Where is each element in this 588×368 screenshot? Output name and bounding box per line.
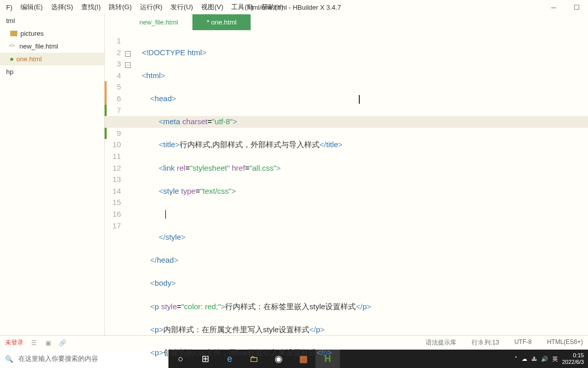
- folder-icon: [10, 31, 17, 36]
- tab-bar: new_file.html * one.html: [105, 14, 588, 30]
- menu-file[interactable]: F): [2, 2, 16, 13]
- menu-view[interactable]: 视图(V): [197, 1, 227, 14]
- tree-item-one[interactable]: one.html: [0, 53, 104, 65]
- line-numbers: 1234567891011121314151617: [105, 35, 125, 368]
- menubar: F) 编辑(E) 选择(S) 查找(I) 跳转(G) 运行(R) 发行(U) 视…: [0, 0, 588, 14]
- search-icon: 🔍: [5, 355, 13, 363]
- tab-newfile[interactable]: new_file.html: [125, 14, 192, 30]
- tab-one[interactable]: * one.html: [192, 14, 251, 30]
- list-icon[interactable]: ☰: [30, 339, 38, 347]
- html-file-icon: [10, 43, 16, 50]
- tree-item-pictures[interactable]: pictures: [0, 27, 104, 40]
- window-title: html/one.html - HBuilder X 3.4.7: [247, 4, 341, 11]
- menu-edit[interactable]: 编辑(E): [16, 1, 46, 14]
- tree-item-newfile[interactable]: new_file.html: [0, 40, 104, 53]
- fold-icon[interactable]: −: [125, 51, 131, 57]
- code-editor[interactable]: 1234567891011121314151617 −− <!DOCTYPE h…: [105, 30, 588, 368]
- menu-select[interactable]: 选择(S): [47, 1, 77, 14]
- search-placeholder: 在这里输入你要搜索的内容: [18, 354, 98, 363]
- menu-find[interactable]: 查找(I): [77, 1, 105, 14]
- editor: new_file.html * one.html 123456789101112…: [105, 14, 588, 335]
- terminal-icon[interactable]: ▣: [44, 339, 52, 347]
- fold-column[interactable]: −−: [125, 35, 133, 368]
- menu-goto[interactable]: 跳转(G): [105, 1, 136, 14]
- code-content[interactable]: <!DOCTYPE html> <html> <head> <meta char…: [133, 35, 588, 368]
- menu-publish[interactable]: 发行(U): [166, 1, 197, 14]
- tree-item-tml[interactable]: tml: [0, 14, 104, 27]
- active-file-icon: [10, 58, 13, 61]
- fold-icon[interactable]: −: [125, 62, 131, 68]
- file-explorer[interactable]: tml pictures new_file.html one.html hp: [0, 14, 105, 335]
- tree-item-hp[interactable]: hp: [0, 65, 104, 78]
- minimize-button[interactable]: ─: [542, 0, 565, 14]
- text-cursor: [165, 210, 166, 219]
- login-status[interactable]: 未登录: [5, 338, 23, 347]
- link-icon[interactable]: 🔗: [58, 339, 66, 347]
- main-area: tml pictures new_file.html one.html hp n…: [0, 14, 588, 335]
- maximize-button[interactable]: ☐: [565, 0, 588, 14]
- menu-run[interactable]: 运行(R): [136, 1, 166, 14]
